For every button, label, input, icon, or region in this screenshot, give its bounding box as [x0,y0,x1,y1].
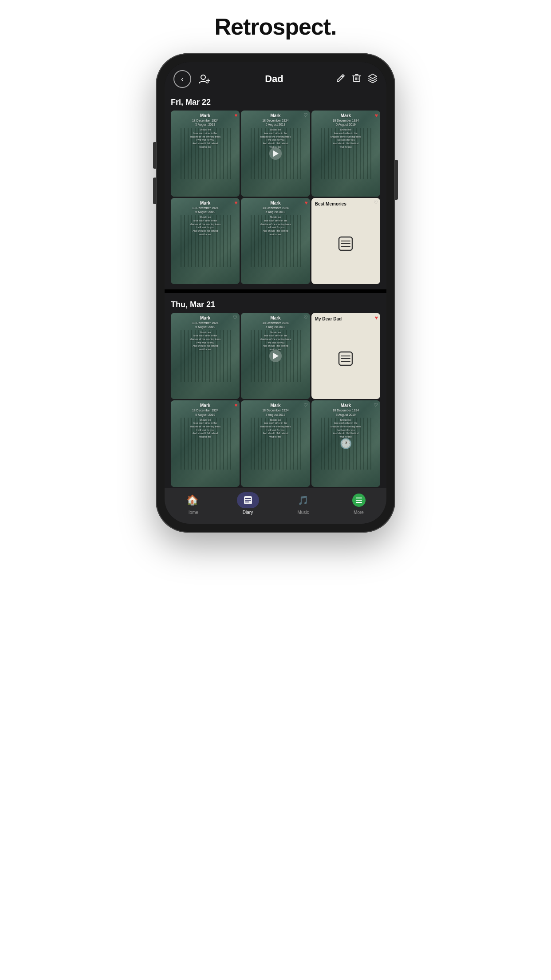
date-label: Thu, Mar 21 [171,300,380,309]
home-icon-wrap: 🏠 [181,492,204,508]
volume-up-button [153,142,156,169]
diary-card-photo[interactable]: Mark18 December 1924 5 August 2019Should… [171,313,240,399]
back-button[interactable]: ‹ [173,70,191,88]
more-dots-icon [356,498,362,503]
diary-card-photo[interactable]: Mark18 December 1924 5 August 2019Should… [241,313,310,399]
heart-icon[interactable]: ♥ [234,403,237,408]
card-poem: Should we lose each other in the shadow … [173,216,237,236]
card-dates: 18 December 1924 5 August 2019 [244,408,307,416]
card-person-name: Mark [244,316,307,320]
card-person-name: Mark [244,201,307,205]
header-left: ‹ [173,70,213,88]
more-dot-1 [356,498,362,498]
play-button[interactable] [269,147,282,160]
home-label: Home [186,510,198,515]
header: ‹ Dad [165,62,386,93]
card-person-name: Mark [173,403,237,408]
card-poem: Should we lose each other in the shadow … [244,128,307,149]
heart-icon[interactable]: ♡ [303,315,308,320]
card-poem: Should we lose each other in the shadow … [244,216,307,236]
heart-icon[interactable]: ♥ [234,113,237,118]
date-section: Fri, Mar 22Mark18 December 1924 5 August… [165,93,386,287]
nav-home[interactable]: 🏠 Home [165,492,220,515]
heart-icon[interactable]: ♡ [303,113,308,118]
card-poem: Should we lose each other in the shadow … [244,419,307,439]
power-button [395,160,398,200]
memo-icon [338,351,354,367]
card-dates: 18 December 1924 5 August 2019 [244,119,307,126]
heart-icon[interactable]: ♡ [374,200,378,205]
card-dates: 18 December 1924 5 August 2019 [173,408,237,416]
app-title: Retrospect. [214,13,336,40]
phone-screen: ‹ Dad [165,62,386,524]
add-contact-button[interactable] [197,71,213,87]
nav-more[interactable]: More [331,492,386,515]
person-add-icon [198,73,211,85]
diary-card-light[interactable]: Best Memories♡ [311,198,380,284]
delete-button[interactable] [352,73,362,85]
card-light-title: Best Memories [315,202,377,206]
layers-button[interactable] [368,73,378,85]
nav-diary[interactable]: Diary [220,492,276,515]
nav-music[interactable]: 🎵 Music [276,492,331,515]
heart-icon[interactable]: ♡ [303,403,308,407]
bottom-navigation: 🏠 Home Diary [165,488,386,524]
play-button[interactable] [269,350,282,362]
diary-card-photo[interactable]: Mark18 December 1924 5 August 2019Should… [241,111,310,197]
card-poem: Should we lose each other in the shadow … [173,331,237,352]
diary-card-photo[interactable]: Mark18 December 1924 5 August 2019Should… [171,111,240,197]
play-triangle-icon [273,150,279,157]
diary-card-light[interactable]: My Dear Dad♥ [311,313,380,399]
diary-label: Diary [243,510,253,515]
diary-card-photo[interactable]: Mark18 December 1924 5 August 2019Should… [311,400,380,486]
heart-icon[interactable]: ♥ [305,200,308,205]
music-icon: 🎵 [298,495,309,506]
card-dates: 18 December 1924 5 August 2019 [314,119,378,126]
diary-card-photo[interactable]: Mark18 December 1924 5 August 2019Should… [241,400,310,486]
play-triangle-icon [273,353,279,359]
page-title: Dad [213,73,336,85]
app-screen: ‹ Dad [165,62,386,524]
card-person-name: Mark [314,403,378,408]
card-dates: 18 December 1924 5 August 2019 [173,206,237,214]
card-poem: Should we lose each other in the shadow … [173,419,237,439]
card-person-name: Mark [244,113,307,118]
more-dot-3 [356,502,362,503]
more-circle-icon [352,494,366,507]
more-dot-2 [356,500,362,501]
music-label: Music [297,510,309,515]
card-person-name: Mark [173,113,237,118]
diary-icon [243,495,253,505]
card-person-name: Mark [244,403,307,408]
cards-grid: Mark18 December 1924 5 August 2019Should… [171,313,380,399]
more-icon-wrap [348,492,370,508]
diary-card-photo[interactable]: Mark18 December 1924 5 August 2019Should… [171,198,240,284]
card-poem: Should we lose each other in the shadow … [244,331,307,352]
diary-card-photo[interactable]: Mark18 December 1924 5 August 2019Should… [311,111,380,197]
layers-icon [368,73,378,83]
card-light-title: My Dear Dad [315,316,377,321]
card-dates: 18 December 1924 5 August 2019 [173,119,237,126]
date-section: Thu, Mar 21Mark18 December 1924 5 August… [165,296,386,488]
card-dates: 18 December 1924 5 August 2019 [173,321,237,329]
card-poem: Should we lose each other in the shadow … [173,128,237,149]
main-content: Fri, Mar 22Mark18 December 1924 5 August… [165,93,386,488]
cards-grid: Mark18 December 1924 5 August 2019Should… [171,111,380,197]
cards-grid: Mark18 December 1924 5 August 2019Should… [171,198,380,284]
card-dates: 18 December 1924 5 August 2019 [244,321,307,329]
diary-card-photo[interactable]: Mark18 December 1924 5 August 2019Should… [171,400,240,486]
music-icon-wrap: 🎵 [292,492,315,508]
heart-icon[interactable]: ♡ [374,403,378,407]
card-dates: 18 December 1924 5 August 2019 [244,206,307,214]
home-icon: 🏠 [186,494,198,506]
edit-button[interactable] [336,73,346,85]
back-chevron-icon: ‹ [181,75,184,84]
heart-icon[interactable]: ♥ [375,315,378,320]
cards-grid: Mark18 December 1924 5 August 2019Should… [171,400,380,486]
diary-card-photo[interactable]: Mark18 December 1924 5 August 2019Should… [241,198,310,284]
heart-icon[interactable]: ♡ [233,315,237,320]
heart-icon[interactable]: ♥ [234,200,237,205]
heart-icon[interactable]: ♥ [375,113,378,118]
card-dates: 18 December 1924 5 August 2019 [314,408,378,416]
phone-device: ‹ Dad [156,53,395,533]
